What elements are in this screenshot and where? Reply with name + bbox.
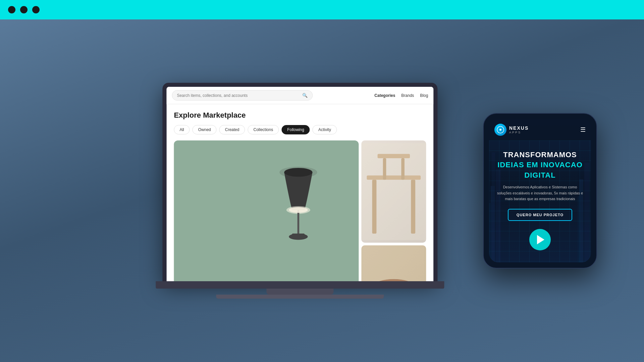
play-triangle-icon	[537, 235, 544, 244]
svg-rect-13	[362, 143, 426, 240]
phone-hero-line2-accent: INOVACAO	[541, 161, 583, 169]
stool-illustration	[362, 245, 426, 281]
tab-owned[interactable]: Owned	[193, 125, 217, 134]
laptop-base	[156, 281, 444, 289]
side-image-top	[362, 140, 426, 243]
search-icon: 🔍	[302, 93, 308, 98]
search-input[interactable]	[177, 93, 300, 98]
window-dot-1	[8, 6, 15, 13]
svg-rect-18	[363, 245, 424, 281]
side-image-bottom	[362, 245, 426, 281]
tab-activity[interactable]: Activity	[313, 125, 337, 134]
svg-point-1	[284, 168, 312, 177]
phone-body: NEXUS APPS ☰ TRANSFORMAMOS IDEIAS EM INO…	[483, 113, 597, 268]
nav-brands[interactable]: Brands	[401, 93, 414, 98]
laptop-foot	[216, 295, 384, 299]
lamp-illustration	[265, 147, 332, 248]
hero-grid: Let's explore together! Over 5000 items …	[174, 140, 426, 268]
nexus-sub-label: APPS	[509, 131, 529, 134]
hero-main-banner: Let's explore together! Over 5000 items …	[174, 140, 359, 281]
top-bar	[0, 0, 644, 19]
laptop-screen: 🔍 Categories Brands Blog Explore Marketp…	[166, 87, 433, 281]
phone-hero-line2: IDEIAS EM INOVACAO	[496, 161, 584, 169]
hero-side-images	[362, 140, 426, 281]
phone-content: TRANSFORMAMOS IDEIAS EM INOVACAO DIGITAL…	[489, 140, 591, 262]
phone-hero-line1: TRANSFORMAMOS	[496, 150, 584, 159]
laptop-stand	[266, 289, 333, 295]
phone-hero-description: Desenvolvemos Aplicativos e Sistemas com…	[496, 184, 584, 202]
nav-blog[interactable]: Blog	[420, 93, 428, 98]
svg-rect-3	[298, 210, 300, 235]
phone-screen: NEXUS APPS ☰ TRANSFORMAMOS IDEIAS EM INO…	[489, 119, 591, 262]
browser-nav: 🔍 Categories Brands Blog	[166, 87, 433, 104]
phone-device: NEXUS APPS ☰ TRANSFORMAMOS IDEIAS EM INO…	[483, 113, 597, 268]
laptop-body: 🔍 Categories Brands Blog Explore Marketp…	[162, 83, 437, 281]
nexus-brand-name: NEXUS	[509, 125, 529, 131]
tab-created[interactable]: Created	[219, 125, 245, 134]
phone-header: NEXUS APPS ☰	[489, 119, 591, 140]
nav-categories[interactable]: Categories	[374, 93, 395, 98]
laptop-device: 🔍 Categories Brands Blog Explore Marketp…	[162, 83, 437, 299]
search-bar[interactable]: 🔍	[172, 90, 313, 101]
svg-point-6	[289, 207, 308, 213]
tab-collections[interactable]: Collections	[248, 125, 279, 134]
phone-logo-text: NEXUS APPS	[509, 125, 529, 134]
window-dot-2	[20, 6, 28, 13]
page-title: Explore Marketplace	[174, 111, 426, 120]
tab-all[interactable]: All	[174, 125, 190, 134]
phone-play-button[interactable]	[529, 229, 551, 250]
nav-links: Categories Brands Blog	[374, 93, 428, 98]
phone-cta-button[interactable]: QUERO MEU PROJETO	[508, 209, 572, 221]
window-dot-3	[32, 6, 40, 13]
tab-following[interactable]: Following	[281, 125, 310, 134]
phone-hero-line3: DIGITAL	[496, 171, 584, 180]
tabs-container: All Owned Created Collections Following …	[174, 125, 426, 134]
browser-window: 🔍 Categories Brands Blog Explore Marketp…	[166, 87, 433, 281]
svg-rect-5	[292, 234, 305, 238]
shelf-illustration	[362, 140, 426, 243]
main-background: 🔍 Categories Brands Blog Explore Marketp…	[0, 19, 644, 362]
browser-content: Explore Marketplace All Owned Created Co…	[166, 104, 433, 281]
phone-hero-line2-normal: IDEIAS EM	[497, 161, 541, 169]
